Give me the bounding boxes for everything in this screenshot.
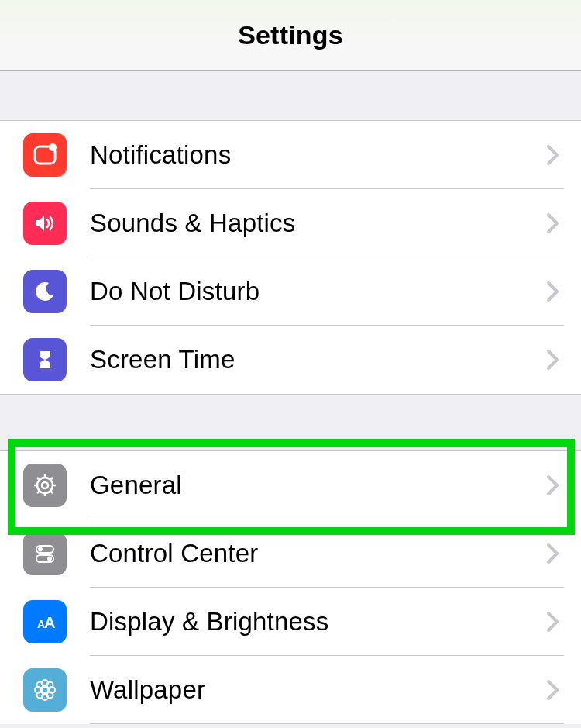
group-spacer [0,395,581,450]
chevron-right-icon [547,543,559,564]
chevron-right-icon [547,281,559,302]
svg-line-8 [37,478,40,480]
row-sounds[interactable]: Sounds & Haptics [0,189,581,257]
notifications-icon [23,133,67,177]
svg-line-11 [50,478,53,480]
svg-point-15 [47,557,52,561]
row-controlcenter[interactable]: Control Center [0,519,581,588]
row-label: Do Not Disturb [90,277,547,306]
group-spacer [0,71,581,120]
row-label: General [90,471,547,500]
row-label: Display & Brightness [90,607,547,637]
header: Settings [0,0,581,71]
flower-icon [23,668,67,712]
svg-point-13 [38,547,43,552]
settings-group-2: General Control Center A A [0,450,581,724]
row-label: Screen Time [90,345,547,374]
chevron-right-icon [547,612,559,632]
chevron-right-icon [547,680,559,700]
row-general[interactable]: General [0,451,581,519]
svg-point-3 [42,482,48,488]
svg-text:A: A [44,614,55,631]
svg-point-1 [49,143,57,151]
moon-icon [23,270,67,313]
hourglass-icon [23,338,67,381]
row-label: Notifications [90,140,547,170]
row-label: Control Center [90,539,547,568]
row-display[interactable]: A A Display & Brightness [0,588,581,656]
row-wallpaper[interactable]: Wallpaper [0,656,581,724]
svg-line-10 [37,491,40,493]
chevron-right-icon [547,213,559,233]
row-label: Wallpaper [90,675,547,705]
row-dnd[interactable]: Do Not Disturb [0,257,581,326]
sounds-icon [23,202,67,245]
gear-icon [23,464,67,507]
row-label: Sounds & Haptics [90,209,547,238]
row-screentime[interactable]: Screen Time [0,326,581,394]
toggles-icon [23,532,67,575]
page-title: Settings [238,20,343,50]
row-notifications[interactable]: Notifications [0,121,581,189]
chevron-right-icon [547,475,559,495]
svg-line-9 [50,491,53,493]
chevron-right-icon [547,350,559,370]
settings-group-1: Notifications Sounds & Haptics [0,120,581,395]
textsize-icon: A A [23,600,67,643]
svg-point-18 [42,687,48,693]
chevron-right-icon [547,145,559,165]
